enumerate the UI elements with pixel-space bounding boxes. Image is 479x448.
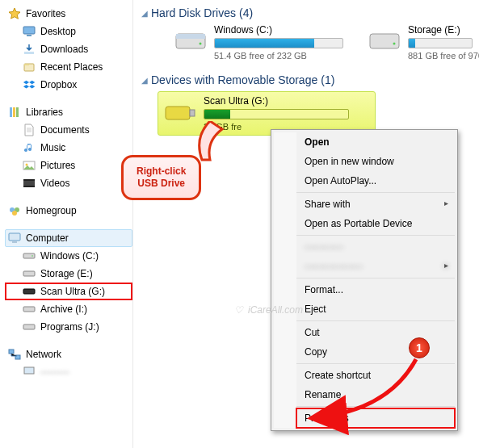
svg-rect-6 xyxy=(13,107,15,117)
sidebar-item-videos[interactable]: Videos xyxy=(5,174,132,192)
drive-e-free: 881 GB free of 976 G xyxy=(408,51,479,61)
cm-eject[interactable]: Eject xyxy=(296,299,455,319)
drive-c[interactable]: Windows (C:) 51.4 GB free of 232 GB xyxy=(174,24,343,61)
svg-rect-32 xyxy=(166,107,190,119)
removable-group-header[interactable]: ◢ Devices with Removable Storage (1) xyxy=(141,72,479,91)
drive-c-free: 51.4 GB free of 232 GB xyxy=(214,51,343,61)
sidebar-drive-i[interactable]: Archive (I:) xyxy=(5,300,132,318)
drive-g-name: Scan Ultra (G:) xyxy=(204,95,349,107)
drive-e-bar xyxy=(408,38,473,48)
drive-e[interactable]: Storage (E:) 881 GB free of 976 G xyxy=(368,24,479,61)
svg-rect-21 xyxy=(23,289,35,294)
star-icon xyxy=(8,7,21,20)
svg-rect-0 xyxy=(23,27,35,34)
svg-rect-5 xyxy=(10,107,12,117)
svg-rect-28 xyxy=(176,34,205,39)
network-header[interactable]: Network xyxy=(5,345,132,363)
svg-rect-2 xyxy=(24,52,34,54)
sidebar-item-documents[interactable]: Documents xyxy=(5,121,132,139)
cm-share-with[interactable]: Share with xyxy=(296,195,455,214)
drive-g-bar xyxy=(204,109,349,119)
svg-point-31 xyxy=(393,43,396,45)
red-arrow-icon xyxy=(299,355,436,436)
cm-format[interactable]: Format... xyxy=(296,280,455,299)
libraries-header[interactable]: Libraries xyxy=(5,103,132,121)
svg-rect-4 xyxy=(24,64,29,65)
cm-blurred-1[interactable]: ———— xyxy=(296,237,455,257)
svg-rect-23 xyxy=(23,324,35,329)
cm-open-autoplay[interactable]: Open AutoPlay... xyxy=(296,171,455,191)
desktop-icon xyxy=(23,25,36,38)
libraries-icon xyxy=(8,106,21,119)
music-icon xyxy=(23,141,36,154)
hdd-icon xyxy=(23,267,36,280)
sidebar-drive-c[interactable]: Windows (C:) xyxy=(5,247,132,265)
cm-portable-device[interactable]: Open as Portable Device xyxy=(296,214,455,233)
svg-rect-22 xyxy=(23,307,35,312)
sidebar-item-downloads[interactable]: Downloads xyxy=(5,40,132,58)
sidebar-item-recent[interactable]: Recent Places xyxy=(5,58,132,76)
homegroup-header[interactable]: Homegroup xyxy=(5,202,132,220)
svg-rect-11 xyxy=(23,179,35,181)
callout-line1: Right-click xyxy=(137,165,186,178)
network-blur-item[interactable]: ——— xyxy=(5,363,132,381)
svg-rect-17 xyxy=(12,241,17,243)
svg-rect-26 xyxy=(24,367,34,374)
callout-line2: USB Drive xyxy=(137,178,186,190)
svg-rect-30 xyxy=(370,34,399,48)
usb-drive-icon xyxy=(23,285,36,298)
hdd-large-icon xyxy=(368,24,401,58)
hdd-icon xyxy=(23,249,36,262)
dropbox-icon xyxy=(23,78,36,91)
hdd-group-header[interactable]: ◢ Hard Disk Drives (4) xyxy=(141,5,479,24)
sidebar-item-pictures[interactable]: Pictures xyxy=(5,157,132,174)
libraries-label: Libraries xyxy=(26,107,63,118)
pc-icon xyxy=(23,366,36,379)
documents-icon xyxy=(23,124,36,136)
computer-icon xyxy=(8,232,21,245)
sidebar-item-desktop[interactable]: Desktop xyxy=(5,23,132,40)
svg-rect-12 xyxy=(23,186,35,187)
hdd-large-icon xyxy=(174,24,208,58)
svg-rect-18 xyxy=(23,253,35,258)
videos-icon xyxy=(23,177,36,190)
sidebar-drive-g[interactable]: Scan Ultra (G:) xyxy=(5,283,132,300)
computer-header[interactable]: Computer xyxy=(5,229,132,247)
hdd-icon xyxy=(23,320,36,333)
network-icon xyxy=(8,348,21,361)
homegroup-label: Homegroup xyxy=(26,205,77,216)
collapse-icon: ◢ xyxy=(141,76,148,85)
svg-point-15 xyxy=(12,211,17,216)
homegroup-icon xyxy=(8,204,21,217)
sidebar-drive-j[interactable]: Programs (J:) xyxy=(5,318,132,336)
svg-rect-20 xyxy=(23,271,35,276)
computer-label: Computer xyxy=(26,232,69,244)
downloads-icon xyxy=(23,43,36,56)
drive-c-name: Windows (C:) xyxy=(214,24,343,36)
collapse-icon: ◢ xyxy=(141,9,148,18)
sidebar-item-dropbox[interactable]: Dropbox xyxy=(5,76,132,94)
cm-blurred-2[interactable]: —————— xyxy=(296,257,455,276)
cm-open[interactable]: Open xyxy=(296,132,455,152)
svg-point-29 xyxy=(200,43,202,45)
drive-c-bar xyxy=(214,38,343,48)
svg-rect-7 xyxy=(16,107,19,117)
sidebar-drive-e[interactable]: Storage (E:) xyxy=(5,265,132,283)
callout: Right-click USB Drive xyxy=(121,155,201,200)
sidebar: Favorites Desktop Downloads Recent Place… xyxy=(0,0,133,448)
cm-cut[interactable]: Cut xyxy=(296,323,455,342)
svg-rect-16 xyxy=(9,233,20,241)
network-label: Network xyxy=(26,349,61,360)
drive-e-name: Storage (E:) xyxy=(408,24,479,36)
cm-open-new-window[interactable]: Open in new window xyxy=(296,152,455,171)
hdd-icon xyxy=(23,303,36,316)
svg-rect-1 xyxy=(27,35,32,36)
svg-rect-33 xyxy=(190,110,195,116)
favorites-header[interactable]: Favorites xyxy=(5,5,132,23)
favorites-label: Favorites xyxy=(26,8,65,19)
recent-icon xyxy=(23,61,36,73)
svg-point-19 xyxy=(32,255,33,257)
pictures-icon xyxy=(23,159,36,172)
svg-rect-24 xyxy=(9,350,14,354)
sidebar-item-music[interactable]: Music xyxy=(5,139,132,157)
